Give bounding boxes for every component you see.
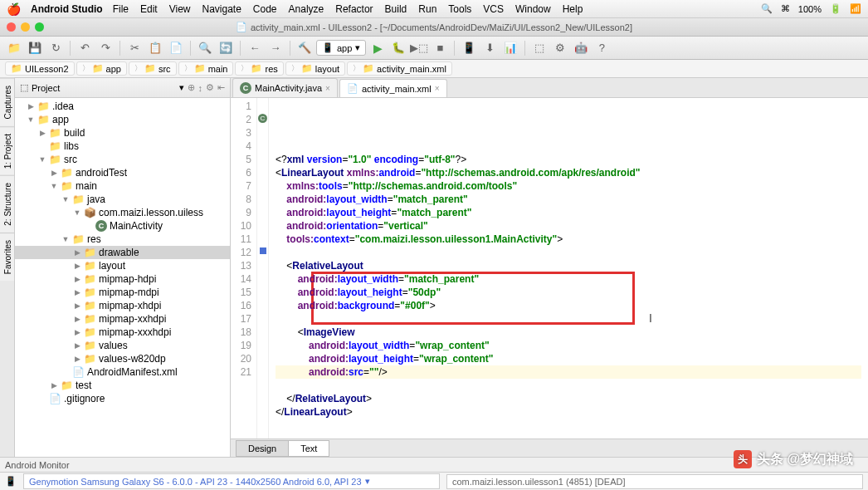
tree-item-values-w820dp[interactable]: ▶📁values-w820dp [15, 352, 230, 365]
redo-icon[interactable]: ↷ [96, 39, 115, 57]
tree-item-mipmap-xhdpi[interactable]: ▶📁mipmap-xhdpi [15, 299, 230, 312]
tree-item-layout[interactable]: ▶📁layout [15, 259, 230, 272]
menu-navigate[interactable]: Navigate [202, 3, 241, 15]
menu-vcs[interactable]: VCS [483, 3, 504, 15]
tree-item-drawable[interactable]: ▶📁drawable [15, 246, 230, 259]
minimize-window-button[interactable] [21, 22, 30, 32]
settings-icon[interactable]: ⚙ [206, 82, 214, 93]
tree-item-values[interactable]: ▶📁values [15, 339, 230, 352]
tree-item-java[interactable]: ▼📁java [15, 193, 230, 206]
tree-item-androidtest[interactable]: ▶📁androidTest [15, 166, 230, 179]
breadcrumb-item[interactable]: 〉📁app [76, 61, 127, 76]
close-tab-icon[interactable]: × [325, 84, 330, 93]
maximize-window-button[interactable] [35, 22, 44, 32]
tree-item-libs[interactable]: 📁libs [15, 140, 230, 153]
tree-item-androidmanifest-xml[interactable]: 📄AndroidManifest.xml [15, 365, 230, 379]
tool-tab-structure[interactable]: 2: Structure [0, 175, 14, 233]
help-icon[interactable]: ? [592, 39, 611, 57]
panel-title[interactable]: Project [32, 83, 176, 93]
breadcrumb-item[interactable]: 〉📁layout [285, 61, 345, 76]
menu-analyze[interactable]: Analyze [289, 3, 324, 15]
make-icon[interactable]: 🔨 [295, 39, 314, 57]
run-icon[interactable]: ▶ [368, 39, 387, 57]
tree-item--gitignore[interactable]: 📄.gitignore [15, 392, 230, 405]
scroll-from-icon[interactable]: ⊕ [188, 82, 195, 93]
breadcrumb-item[interactable]: 〉📁res [235, 61, 283, 76]
undo-icon[interactable]: ↶ [76, 39, 94, 57]
android-icon[interactable]: 🤖 [572, 39, 590, 57]
tree-item-mipmap-hdpi[interactable]: ▶📁mipmap-hdpi [15, 272, 230, 286]
editor-tab[interactable]: CMainActivity.java× [232, 78, 338, 97]
menu-help[interactable]: Help [563, 3, 583, 15]
tree-item-res[interactable]: ▼📁res [15, 233, 230, 246]
debug-icon[interactable]: 🐛 [389, 39, 407, 57]
tree-item-src[interactable]: ▼📁src [15, 153, 230, 166]
tree-item--idea[interactable]: ▶📁.idea [15, 100, 230, 113]
stop-icon[interactable]: ■ [431, 39, 449, 57]
tool-tab-favorites[interactable]: Favorites [0, 233, 14, 281]
battery-icon[interactable]: 🔋 [830, 3, 841, 14]
tree-item-test[interactable]: ▶📁test [15, 379, 230, 392]
device-icon: 📱 [5, 476, 17, 487]
breadcrumb-item[interactable]: 〉📁activity_main.xml [347, 61, 452, 76]
paste-icon[interactable]: 📄 [167, 39, 185, 57]
tab-design[interactable]: Design [236, 440, 289, 457]
sdk-icon[interactable]: ⬇ [480, 39, 499, 57]
menu-refactor[interactable]: Refactor [335, 3, 373, 15]
open-icon[interactable]: 📁 [5, 39, 23, 57]
device-selector[interactable]: Genymotion Samsung Galaxy S6 - 6.0.0 - A… [23, 473, 440, 489]
tree-item-mipmap-xxhdpi[interactable]: ▶📁mipmap-xxhdpi [15, 312, 230, 326]
tree-item-mipmap-xxxhdpi[interactable]: ▶📁mipmap-xxxhdpi [15, 326, 230, 339]
search-icon[interactable]: 🔍 [761, 3, 773, 14]
collapse-icon[interactable]: ↕ [198, 83, 203, 93]
find-icon[interactable]: 🔍 [196, 39, 214, 57]
menu-code[interactable]: Code [253, 3, 277, 15]
tree-item-build[interactable]: ▶📁build [15, 126, 230, 140]
tool-tab-captures[interactable]: Captures [0, 78, 14, 126]
code-content[interactable]: I <?xml version="1.0" encoding="utf-8"?>… [269, 98, 868, 439]
editor-tab[interactable]: 📄activity_main.xml× [339, 79, 447, 97]
replace-icon[interactable]: 🔄 [217, 39, 235, 57]
hide-icon[interactable]: ⇤ [217, 82, 225, 93]
ddms-icon[interactable]: 📊 [501, 39, 519, 57]
menu-window[interactable]: Window [515, 3, 551, 15]
breadcrumb-item[interactable]: 〉📁main [178, 61, 234, 76]
back-icon[interactable]: ← [246, 39, 264, 57]
tree-item-app[interactable]: ▼📁app [15, 113, 230, 126]
breadcrumb-item[interactable]: 📁UILesson2 [5, 61, 75, 76]
menu-tools[interactable]: Tools [448, 3, 471, 15]
tree-item-mipmap-mdpi[interactable]: ▶📁mipmap-mdpi [15, 286, 230, 299]
tree-item-com-maizi-lesson-uiless[interactable]: ▼📦com.maizi.lesson.uiless [15, 206, 230, 219]
save-icon[interactable]: 💾 [26, 39, 44, 57]
settings-icon[interactable]: ⚙ [551, 39, 569, 57]
menu-file[interactable]: File [113, 3, 129, 15]
android-monitor-tab[interactable]: Android Monitor [5, 460, 70, 470]
close-tab-icon[interactable]: × [435, 84, 440, 93]
run-config-dropdown[interactable]: 📱 app ▾ [316, 40, 366, 56]
process-selector[interactable]: com.maizi.lesson.uilesson1 (4851) [DEAD] [446, 474, 863, 489]
attach-icon[interactable]: ▶⬚ [410, 39, 428, 57]
bluetooth-icon[interactable]: ⌘ [781, 3, 790, 14]
tool-tab-project[interactable]: 1: Project [0, 126, 14, 175]
breadcrumb-item[interactable]: 〉📁src [129, 61, 177, 76]
tree-item-mainactivity[interactable]: CMainActivity [15, 219, 230, 233]
app-name[interactable]: Android Studio [31, 3, 103, 15]
apple-icon[interactable]: 🍎 [7, 2, 21, 16]
project-tree[interactable]: ▶📁.idea▼📁app▶📁build📁libs▼📁src▶📁androidTe… [15, 98, 230, 457]
close-window-button[interactable] [7, 22, 16, 32]
code-editor[interactable]: 123456789101112131415161718192021 I <?xm… [231, 98, 868, 439]
structure-icon[interactable]: ⬚ [530, 39, 549, 57]
menu-edit[interactable]: Edit [140, 3, 158, 15]
menu-view[interactable]: View [169, 3, 191, 15]
copy-icon[interactable]: 📋 [146, 39, 164, 57]
avd-icon[interactable]: 📱 [460, 39, 478, 57]
sync-icon[interactable]: ↻ [46, 39, 65, 57]
forward-icon[interactable]: → [266, 39, 285, 57]
cut-icon[interactable]: ✂ [125, 39, 144, 57]
tab-text[interactable]: Text [288, 440, 329, 457]
menu-run[interactable]: Run [418, 3, 436, 15]
wifi-icon[interactable]: 📶 [850, 3, 861, 14]
menu-build[interactable]: Build [385, 3, 407, 15]
dropdown-icon[interactable]: ▾ [179, 82, 184, 93]
tree-item-main[interactable]: ▼📁main [15, 179, 230, 193]
